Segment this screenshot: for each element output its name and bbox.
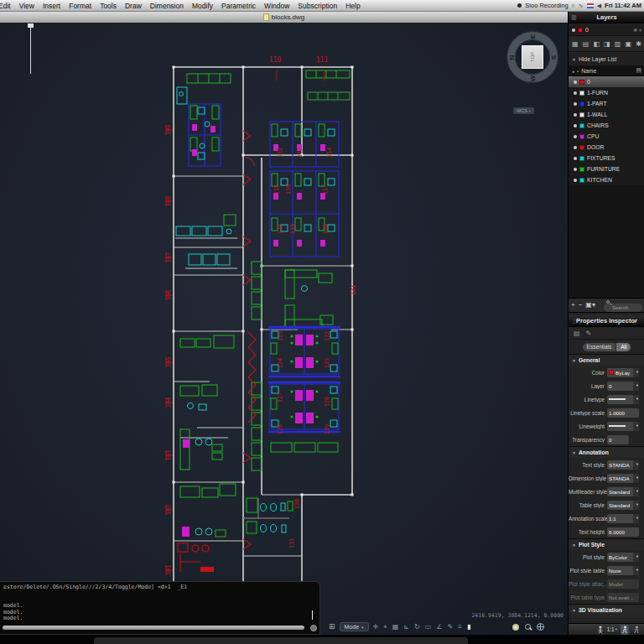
section-header-general[interactable]: General xyxy=(569,354,644,366)
menu-item-draw[interactable]: Draw xyxy=(121,2,146,10)
window-title-bar[interactable]: blocks.dwg xyxy=(0,12,568,23)
wifi-icon[interactable]: ∿ xyxy=(579,3,584,9)
input-language-flag-icon[interactable] xyxy=(587,3,594,8)
menu-item-insert[interactable]: Insert xyxy=(39,2,65,10)
layer-merge-icon[interactable]: ◨ xyxy=(604,40,610,48)
menu-item-parametric[interactable]: Parametric xyxy=(217,2,260,10)
annotation-visibility-icon[interactable] xyxy=(632,625,641,635)
layer-visibility-icon[interactable] xyxy=(574,91,577,95)
command-window[interactable]: estore/Delete/.OSn/Single///2/3/4/Toggle… xyxy=(0,581,320,635)
compass-south[interactable]: S xyxy=(550,55,558,61)
menu-item-subscription[interactable]: Subscription xyxy=(293,2,341,10)
menu-item-window[interactable]: Window xyxy=(260,2,293,10)
menu-item-edit[interactable]: Edit xyxy=(0,2,15,10)
edit-icon[interactable] xyxy=(586,330,592,337)
layer-visibility-icon[interactable] xyxy=(574,80,577,84)
layer-lock-icon[interactable]: ▣ xyxy=(626,40,632,48)
grid-icon[interactable]: ▦ xyxy=(392,623,399,631)
selection-icon[interactable] xyxy=(574,330,580,337)
layer-row-furniture[interactable]: FURNITURE xyxy=(569,164,644,174)
annotate-icon[interactable]: ✎ xyxy=(448,623,454,631)
globe-icon[interactable] xyxy=(537,623,544,631)
compass-east[interactable]: E xyxy=(529,34,537,40)
property-value-multileader-style[interactable]: Standard▾ xyxy=(607,487,639,496)
layer-delete-icon[interactable]: ▤ xyxy=(583,40,589,48)
annotation-autoscale-icon[interactable] xyxy=(621,625,629,635)
command-scrollbar[interactable] xyxy=(3,626,304,630)
layer-visibility-icon[interactable] xyxy=(574,113,577,117)
ortho-icon[interactable]: ⊾ xyxy=(403,623,409,631)
property-value-text-height[interactable]: 8.0000 xyxy=(607,527,639,537)
layer-color-swatch[interactable] xyxy=(579,167,584,172)
property-value-table-style[interactable]: Standard▾ xyxy=(607,501,639,510)
menu-item-modify[interactable]: Modify xyxy=(188,2,217,10)
wcs-dropdown[interactable]: WCS xyxy=(513,107,534,114)
compass-north[interactable]: N xyxy=(508,55,516,61)
layer-row-1-wall[interactable]: 1-WALL xyxy=(569,109,644,120)
record-dot-icon[interactable] xyxy=(517,3,522,8)
app-grid-icon[interactable]: ⊞ xyxy=(329,623,335,631)
menu-item-dimension[interactable]: Dimension xyxy=(146,2,188,10)
tab-essentials[interactable]: Essentials xyxy=(583,343,616,351)
layer-color-swatch[interactable] xyxy=(579,123,584,128)
layer-new-icon[interactable]: ▦ xyxy=(572,40,579,48)
layer-row-0[interactable]: 0 xyxy=(569,76,644,87)
menu-clock[interactable]: Fri 11:42 AM xyxy=(605,2,641,9)
remove-layer-button[interactable]: − xyxy=(579,302,583,309)
layer-states-icon[interactable]: ◧ xyxy=(593,40,600,48)
layer-visibility-icon[interactable] xyxy=(574,157,577,160)
list-view-button[interactable]: ▣▾ xyxy=(585,302,595,309)
annotation-scale-button[interactable]: 1:1 xyxy=(607,626,617,632)
property-value-plot-style-table[interactable]: None▾ xyxy=(607,566,639,575)
layer-row-fixtures[interactable]: FIXTURES xyxy=(569,153,644,164)
snap-marker-icon[interactable]: ⌖ xyxy=(383,623,387,631)
property-value-linetype-scale[interactable]: 1.0000 xyxy=(607,408,639,418)
add-layer-button[interactable]: + xyxy=(571,302,575,309)
layer-row-door[interactable]: DOOR xyxy=(569,142,644,153)
line-list-icon[interactable]: ≡ xyxy=(458,623,462,631)
property-value-linetype[interactable]: ▾ xyxy=(607,395,639,404)
section-header-3d-visualization[interactable]: 3D Visualization xyxy=(569,604,644,615)
layer-color-swatch[interactable] xyxy=(579,156,584,161)
layer-color-swatch[interactable] xyxy=(579,80,584,85)
lightbulb-icon[interactable] xyxy=(512,624,519,631)
hide-layer-list-toggle[interactable]: Hide Layer List xyxy=(569,53,644,65)
property-value-plot-style[interactable]: ByColor▾ xyxy=(607,553,639,562)
current-layer-icons[interactable] xyxy=(633,27,641,33)
layer-color-swatch[interactable] xyxy=(579,145,584,150)
menu-item-help[interactable]: Help xyxy=(341,2,364,10)
drawing-canvas[interactable]: 1101111091081071061051041031021011121131… xyxy=(0,23,568,635)
polar-tracking-icon[interactable]: ↻ xyxy=(414,623,420,631)
layer-visibility-icon[interactable] xyxy=(574,102,577,106)
section-header-plot-style[interactable]: Plot Style xyxy=(569,538,644,550)
layer-row-cpu[interactable]: CPU xyxy=(569,131,644,142)
layer-settings-icon[interactable]: ✱ xyxy=(636,40,641,48)
tab-all[interactable]: All xyxy=(615,343,631,351)
display-icon[interactable]: ○ xyxy=(572,3,575,9)
layer-row-1-part[interactable]: 1-PART xyxy=(569,98,644,109)
property-value-layer[interactable]: 0▾ xyxy=(607,382,639,391)
magnifier-icon[interactable] xyxy=(525,624,531,630)
property-value-lineweight[interactable]: ▾ xyxy=(607,422,639,431)
color-column-icon[interactable] xyxy=(577,68,579,74)
annotation-person-icon[interactable] xyxy=(597,626,604,634)
property-value-transparency[interactable]: 0 xyxy=(607,435,629,444)
layers-panel-header[interactable]: Layers xyxy=(569,12,644,23)
layer-color-swatch[interactable] xyxy=(579,112,584,117)
layer-visibility-icon[interactable] xyxy=(574,146,577,149)
current-layer-row[interactable]: 0 xyxy=(569,24,644,36)
layer-color-swatch[interactable] xyxy=(579,178,584,183)
floor-plan[interactable]: 1101111091081071061051041031021011121131… xyxy=(164,50,369,595)
layer-color-swatch[interactable] xyxy=(579,101,584,106)
current-layer-color-swatch[interactable] xyxy=(578,28,583,33)
menu-item-tools[interactable]: Tools xyxy=(96,2,121,10)
print-column-icon[interactable] xyxy=(636,67,641,74)
mode-button[interactable]: Mode xyxy=(340,622,369,631)
recording-label[interactable]: Sioo Recording xyxy=(525,2,568,9)
layer-row-chairs[interactable]: CHAIRS xyxy=(569,120,644,131)
layer-row-1-furn[interactable]: 1-FURN xyxy=(569,87,644,98)
layer-color-swatch[interactable] xyxy=(579,134,584,139)
visibility-column-icon[interactable] xyxy=(572,68,574,74)
layer-visibility-icon[interactable] xyxy=(574,168,577,171)
layer-visibility-icon[interactable] xyxy=(574,135,577,138)
